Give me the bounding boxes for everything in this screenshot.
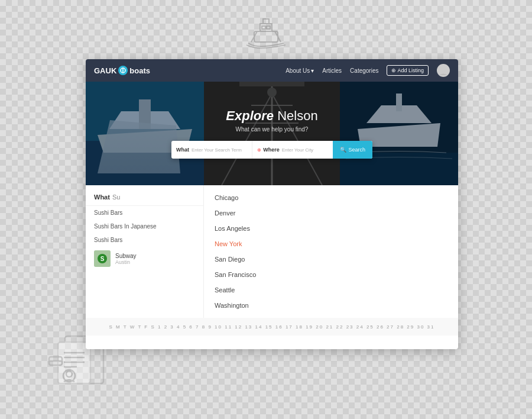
brand-circle [118, 66, 128, 75]
dropdown-area: What Su Sushi Bars Sushi Bars In Japanes… [86, 185, 458, 318]
svg-rect-5 [262, 26, 265, 29]
where-item-san-francisco[interactable]: San Francisco [204, 267, 458, 282]
what-dropdown-header: What Su [86, 190, 203, 206]
svg-rect-0 [254, 31, 278, 42]
footer-calendar: S M T W T F S 1 2 3 4 5 6 7 8 9 10 11 12… [86, 318, 458, 336]
navbar-nav: About Us ▾ Articles Categories ⊕ Add Lis… [286, 64, 450, 77]
location-icon: ⊕ [257, 147, 261, 153]
hero-section: Explore Nelson What can we help you find… [86, 82, 458, 185]
what-input-value[interactable]: Su [112, 194, 120, 201]
subway-text: Subway Austin [115, 253, 137, 265]
nav-categories[interactable]: Categories [350, 67, 378, 74]
hero-title: Explore Nelson [171, 108, 372, 124]
where-item-seattle[interactable]: Seattle [204, 282, 458, 298]
chevron-down-icon: ▾ [311, 67, 314, 74]
where-dropdown: Chicago Denver Los Angeles New York San … [204, 185, 458, 318]
search-what-field[interactable]: What Enter Your Search Term [171, 141, 252, 159]
search-where-field[interactable]: ⊕ Where Enter Your City [252, 141, 333, 159]
svg-rect-6 [267, 26, 270, 29]
subway-icon: S [94, 250, 111, 267]
search-button[interactable]: 🔍 Search [333, 141, 372, 159]
what-item-subway[interactable]: S Subway Austin [86, 247, 203, 270]
navbar: GAUK boats About Us ▾ Articles Categorie… [86, 59, 458, 82]
brand-gauk: GAUK [94, 66, 116, 75]
what-label: What [176, 147, 189, 153]
nav-about[interactable]: About Us ▾ [286, 67, 314, 74]
avatar[interactable] [437, 64, 450, 77]
hero-subtitle: What can we help you find? [171, 126, 372, 133]
where-item-new-york[interactable]: New York [204, 236, 458, 252]
svg-rect-2 [263, 19, 269, 24]
svg-point-19 [441, 67, 446, 72]
what-placeholder: Enter Your Search Term [192, 147, 242, 153]
where-item-chicago[interactable]: Chicago [204, 190, 458, 205]
ship-icon-top [245, 11, 287, 52]
where-item-los-angeles[interactable]: Los Angeles [204, 221, 458, 236]
where-item-denver[interactable]: Denver [204, 205, 458, 221]
hero-search-bar: What Enter Your Search Term ⊕ Where Ente… [171, 141, 372, 159]
brand-boats: boats [129, 66, 150, 75]
where-label: Where [263, 147, 280, 153]
what-item-sushi-bars-2[interactable]: Sushi Bars [86, 233, 203, 247]
search-icon: 🔍 [340, 147, 346, 153]
what-item-sushi-bars-1[interactable]: Sushi Bars [86, 206, 203, 220]
where-item-washington[interactable]: Washington [204, 298, 458, 313]
hero-content: Explore Nelson What can we help you find… [171, 108, 372, 159]
svg-text:S: S [100, 256, 105, 262]
add-listing-button[interactable]: ⊕ Add Listing [387, 65, 429, 76]
where-item-san-diego[interactable]: San Diego [204, 252, 458, 267]
brand: GAUK boats [94, 66, 150, 75]
what-item-sushi-bars-japanese[interactable]: Sushi Bars In Japanese [86, 220, 203, 233]
where-placeholder: Enter Your City [282, 147, 313, 153]
browser-window: GAUK boats About Us ▾ Articles Categorie… [86, 59, 458, 349]
what-dropdown: What Su Sushi Bars Sushi Bars In Japanes… [86, 185, 204, 318]
nav-articles[interactable]: Articles [322, 67, 342, 74]
